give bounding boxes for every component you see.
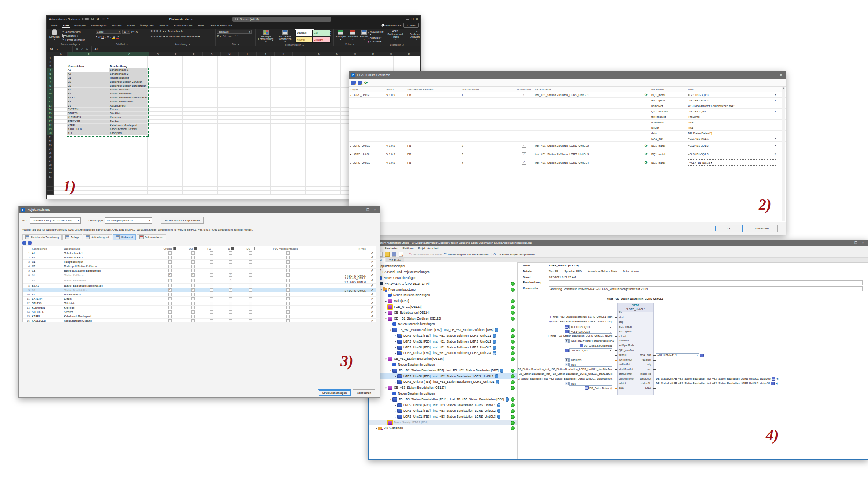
dropdown-arrow-icon[interactable]: ▼: [774, 110, 776, 112]
cell-K3[interactable]: [271, 64, 288, 68]
cell-M21[interactable]: [306, 135, 323, 139]
operand-input[interactable]: T#500ms: [569, 358, 612, 362]
checkbox-cell[interactable]: [241, 273, 261, 277]
operand-relUnit[interactable]: ⊣⊢#inst_+B2_Station Bearbeiten_LGRS_Unit…: [546, 335, 612, 337]
checkbox-cell[interactable]: [202, 260, 220, 264]
cell-D10[interactable]: [148, 92, 165, 96]
column-header-S[interactable]: S: [418, 52, 420, 56]
cell-R3[interactable]: [394, 64, 411, 68]
cell-K31[interactable]: [271, 175, 288, 179]
tree-item[interactable]: ▸LGRS_UnitGL [FB3]inst_+B3_Station Berei…: [369, 414, 517, 420]
export-icon[interactable]: [28, 241, 32, 245]
cell-J16[interactable]: [253, 116, 271, 120]
cell-K30[interactable]: [271, 171, 288, 175]
cell-B1[interactable]: [67, 56, 109, 60]
cell-I10[interactable]: [235, 92, 253, 96]
cell-C24[interactable]: [109, 147, 148, 151]
cell-M18[interactable]: [306, 124, 323, 128]
header-checkbox-icon[interactable]: [231, 247, 234, 250]
cell-F6[interactable]: [183, 76, 200, 80]
row-header-29[interactable]: 29: [47, 167, 54, 171]
parameter-value[interactable]: True: [688, 121, 776, 124]
table-row-KABEL[interactable]: 15KABELKabel nach Montageort✎: [23, 314, 376, 319]
edit-cell[interactable]: ✎: [367, 284, 376, 288]
checkbox-icon[interactable]: [191, 269, 195, 272]
cell-A26[interactable]: [54, 155, 67, 159]
comments-button[interactable]: 💬 Kommentare: [381, 24, 401, 27]
cell-B11[interactable]: B2.X1: [67, 96, 109, 100]
checkbox-cell[interactable]: [202, 264, 220, 268]
checkbox-cell[interactable]: [202, 251, 220, 255]
edit-cell[interactable]: ✎: [367, 251, 376, 255]
cell-H14[interactable]: [218, 108, 235, 112]
checkbox-checked-icon[interactable]: [229, 288, 232, 292]
cell-A22[interactable]: [54, 139, 67, 143]
cell-G8[interactable]: [200, 84, 218, 88]
cell-G7[interactable]: [200, 80, 218, 84]
checkbox-cell[interactable]: [202, 297, 220, 301]
checkbox-icon[interactable]: [191, 315, 195, 318]
checkbox-icon[interactable]: [229, 319, 232, 322]
cell-M19[interactable]: [306, 127, 323, 131]
cell-J4[interactable]: [253, 68, 271, 72]
cell-S1[interactable]: [411, 56, 420, 60]
wert-cell[interactable]: DB_Daten.Daten[0]: [686, 131, 778, 136]
cell-I6[interactable]: [235, 76, 253, 80]
import-icon[interactable]: [351, 81, 356, 85]
cell-E15[interactable]: [165, 112, 183, 116]
cell-J34[interactable]: [253, 187, 271, 191]
cell-C3[interactable]: Beschreibung: [109, 64, 148, 68]
checkbox-cell[interactable]: [156, 319, 184, 322]
cell-J12[interactable]: [253, 100, 271, 104]
cell-D35[interactable]: [148, 191, 165, 195]
cell-J22[interactable]: [253, 139, 271, 143]
cell-G4[interactable]: [200, 68, 218, 72]
cell-H26[interactable]: [218, 155, 235, 159]
cell-J29[interactable]: [253, 167, 271, 171]
xtype-cell[interactable]: ▸LGRS_UnitGL: [349, 150, 385, 158]
tree-item[interactable]: FOB_RTG1 [OB123]: [369, 304, 517, 310]
cell-I23[interactable]: [235, 143, 253, 147]
cell-D24[interactable]: [148, 147, 165, 151]
parameter-value[interactable]: =GL4+B1-BQ1:3▼: [688, 159, 776, 166]
cell-I3[interactable]: [235, 64, 253, 68]
cell-F30[interactable]: [183, 171, 200, 175]
cell-A2[interactable]: [54, 60, 67, 64]
minimize-button[interactable]: —: [846, 241, 852, 244]
cell-D31[interactable]: [148, 175, 165, 179]
dropdown-arrow-icon[interactable]: ▾: [610, 331, 611, 333]
cancel-icon[interactable]: ✕: [76, 48, 78, 51]
cell-D34[interactable]: [148, 187, 165, 191]
cell-L13[interactable]: [288, 104, 306, 108]
cell-E33[interactable]: [165, 183, 183, 187]
cell-G18[interactable]: [200, 124, 218, 128]
cell-E4[interactable]: [165, 68, 183, 72]
cell-I21[interactable]: [235, 135, 253, 139]
checkbox-cell[interactable]: [261, 310, 315, 314]
cell-H7[interactable]: [218, 80, 235, 84]
cell-N32[interactable]: [323, 179, 341, 183]
cell-E11[interactable]: [165, 96, 183, 100]
cell-F34[interactable]: [183, 187, 200, 191]
column-header-O[interactable]: O: [346, 52, 364, 56]
tree-item[interactable]: ▾OB_+B2_Station Bearbeiten [OB126]: [369, 356, 517, 362]
checkbox-cell[interactable]: [202, 306, 220, 310]
operand-BQ1_metal[interactable]: =GL1+B2-BQ1:3▾: [565, 325, 612, 329]
align-top-icon[interactable]: ≡: [151, 30, 153, 33]
cell-L24[interactable]: [288, 147, 306, 151]
checkbox-cell[interactable]: [220, 284, 241, 288]
cell-Q1[interactable]: [376, 56, 394, 60]
format-painter-button[interactable]: ✎Format übertragen: [62, 38, 85, 41]
cell-K4[interactable]: [271, 68, 288, 72]
wert-cell[interactable]: =GL1+B1-BG1:3▼: [686, 98, 778, 103]
expand-icon[interactable]: ▸: [394, 415, 397, 418]
cell-J32[interactable]: [253, 179, 271, 183]
editing-ausfüllen-button[interactable]: ⤓Ausfüllen ▾: [368, 37, 383, 40]
cell-P2[interactable]: [358, 60, 376, 64]
redo-icon[interactable]: ↻: [102, 17, 105, 21]
cell-H33[interactable]: [218, 183, 235, 187]
cell-H12[interactable]: [218, 100, 235, 104]
cell-K32[interactable]: [271, 179, 288, 183]
cell-M34[interactable]: [306, 187, 323, 191]
pencil-icon[interactable]: ✎: [371, 319, 373, 322]
